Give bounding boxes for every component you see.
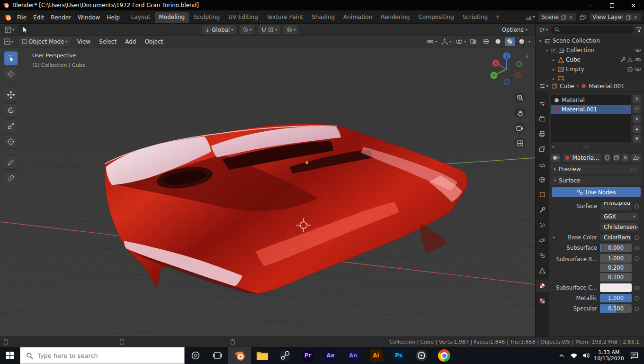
object-visibility-dropdown[interactable]: ▾: [427, 39, 437, 44]
surface-panel-header[interactable]: ▾ Surface ::::: [551, 176, 641, 185]
taskbar-after-effects-icon[interactable]: Ae: [319, 347, 342, 364]
navigation-gizmo[interactable]: X Y Z: [489, 50, 527, 87]
tab-modifiers[interactable]: [536, 204, 549, 216]
cortana-button[interactable]: [185, 347, 206, 364]
tab-shading[interactable]: Shading: [307, 12, 339, 23]
material-name-field[interactable]: Materia...: [562, 153, 602, 163]
unlink-material-button[interactable]: ×: [622, 154, 629, 162]
unlink-scene-icon[interactable]: ×: [569, 14, 573, 20]
remove-slot-button[interactable]: −: [633, 105, 641, 113]
use-nodes-button[interactable]: Use Nodes: [552, 187, 641, 197]
viewport-editor-type-button[interactable]: ▾: [3, 38, 14, 46]
car-model[interactable]: [105, 124, 467, 294]
hide-eye-icon[interactable]: [635, 67, 641, 72]
camera-view-icon[interactable]: [514, 122, 526, 134]
perspective-toggle-icon[interactable]: [514, 137, 526, 149]
base-color-menu[interactable]: ColorRamp: [600, 233, 632, 242]
menu-edit[interactable]: Edit: [30, 13, 47, 22]
collection-checkbox[interactable]: ✓: [551, 48, 556, 53]
remove-view-layer-icon[interactable]: ×: [634, 14, 638, 20]
taskbar-photoshop-icon[interactable]: Ps: [387, 347, 410, 364]
subsurface-color-swatch[interactable]: [600, 283, 632, 292]
taskbar-blender-icon[interactable]: [228, 347, 251, 364]
move-tool[interactable]: [4, 88, 18, 102]
subsurface-radius-z[interactable]: 0.100: [600, 273, 632, 282]
viewport-canvas[interactable]: [0, 47, 535, 337]
new-material-button[interactable]: [612, 154, 620, 162]
snapping-dropdown[interactable]: ▾: [258, 25, 280, 34]
tab-sculpting[interactable]: Sculpting: [189, 12, 224, 23]
hide-eye-icon[interactable]: [635, 48, 641, 53]
shading-rendered-button[interactable]: [517, 37, 527, 46]
shading-solid-button[interactable]: [493, 37, 503, 46]
tab-layout[interactable]: Layout: [127, 12, 155, 23]
tab-physics[interactable]: [536, 234, 549, 246]
subsurface-slider[interactable]: 0.000: [600, 244, 632, 252]
new-scene-icon[interactable]: [561, 15, 566, 20]
outliner-row-scene-collection[interactable]: ▾ Scene Collection: [536, 36, 644, 46]
volume-icon[interactable]: [581, 347, 592, 364]
tab-compositing[interactable]: Compositing: [414, 12, 458, 23]
metallic-slider[interactable]: 1.000: [600, 294, 632, 302]
scene-selector[interactable]: Scene ×: [538, 12, 576, 22]
start-button[interactable]: [0, 347, 20, 364]
annotate-tool[interactable]: [4, 155, 18, 170]
windows-search-box[interactable]: [20, 347, 185, 364]
outliner-search-input[interactable]: [551, 26, 634, 34]
measure-tool[interactable]: [4, 171, 18, 185]
subsurface-method-dropdown[interactable]: Christensen-...▾: [600, 223, 639, 231]
add-slot-button[interactable]: +: [633, 95, 641, 103]
proportional-editing-dropdown[interactable]: ▾: [284, 25, 298, 34]
tab-uv-editing[interactable]: UV Editing: [224, 12, 262, 23]
tab-material[interactable]: [536, 280, 549, 292]
breadcrumb-material[interactable]: Material.001: [589, 83, 624, 90]
outliner-row-empty[interactable]: ▸ Empty: [536, 64, 644, 74]
menu-window[interactable]: Window: [74, 13, 103, 22]
material-slot[interactable]: Material: [551, 95, 631, 105]
tray-chevron-icon[interactable]: [556, 347, 567, 364]
shading-material-button[interactable]: [505, 37, 515, 46]
tab-rendering[interactable]: Rendering: [376, 12, 414, 23]
new-view-layer-icon[interactable]: [626, 15, 631, 20]
taskbar-file-explorer-icon[interactable]: [251, 347, 274, 364]
menu-file[interactable]: File: [14, 13, 30, 22]
distribution-dropdown[interactable]: GGX▾: [600, 212, 639, 221]
subsurface-radius-x[interactable]: 1.000: [600, 254, 632, 263]
filter-icon[interactable]: [636, 27, 642, 33]
taskbar-steam-icon[interactable]: [274, 347, 296, 364]
taskbar-premiere-icon[interactable]: Pr: [296, 347, 319, 364]
surface-shader-menu[interactable]: Principled ...: [600, 202, 632, 210]
preview-panel-header[interactable]: ▸ Preview ::::: [551, 164, 641, 174]
outliner-display-mode-dropdown[interactable]: ▾: [538, 26, 549, 33]
tab-view-layer[interactable]: [536, 143, 549, 155]
minimize-button[interactable]: —: [580, 0, 601, 10]
show-gizmo-dropdown[interactable]: ▾: [441, 38, 451, 45]
material-slot-active[interactable]: Material.001: [551, 105, 631, 114]
transform-tool[interactable]: [4, 135, 18, 149]
tab-scene[interactable]: [536, 158, 549, 171]
outliner-row-clipped[interactable]: ▸: [536, 74, 644, 81]
outliner-row-cube[interactable]: ▸ Cube: [536, 55, 644, 64]
tab-object-data[interactable]: [536, 264, 549, 277]
show-overlays-dropdown[interactable]: ▾: [456, 39, 466, 45]
zoom-icon[interactable]: [514, 92, 526, 103]
tab-render[interactable]: [536, 113, 549, 125]
menu-view[interactable]: View: [75, 37, 92, 46]
tab-texture-paint[interactable]: Texture Paint: [262, 12, 307, 23]
menu-object[interactable]: Object: [143, 37, 165, 46]
xray-toggle[interactable]: [470, 39, 477, 45]
move-slot-up-button[interactable]: ▲: [633, 125, 641, 133]
taskbar-illustrator-icon[interactable]: Ai: [365, 347, 387, 364]
tab-output[interactable]: [536, 128, 549, 140]
menu-add[interactable]: Add: [123, 37, 138, 46]
mode-dropdown[interactable]: Object Mode▾: [19, 37, 71, 46]
active-tool-button[interactable]: [19, 25, 31, 34]
select-box-tool[interactable]: [4, 51, 18, 65]
menu-select[interactable]: Select: [97, 37, 118, 46]
tab-animation[interactable]: Animation: [339, 12, 376, 23]
slots-grip[interactable]: ::::: [583, 144, 589, 149]
transform-orientation-dropdown[interactable]: Global▾: [202, 25, 236, 34]
action-center-button[interactable]: [626, 347, 642, 364]
move-slot-down-button[interactable]: ▼: [633, 135, 641, 143]
properties-editor-type-button[interactable]: ▾: [538, 82, 549, 90]
